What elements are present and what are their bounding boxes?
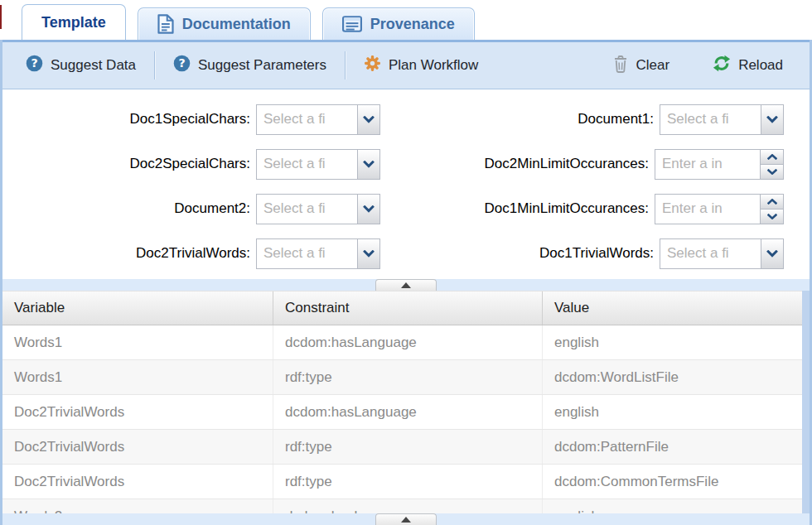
column-header-value[interactable]: Value <box>543 291 802 325</box>
template-bindings-form: Doc1SpecialChars: Document1: Doc2Special… <box>2 90 810 279</box>
field-document1-label: Document1: <box>578 111 654 128</box>
collapse-handle-top[interactable] <box>375 279 437 291</box>
field-doc1trivialwords: Doc1TrivialWords: <box>406 231 810 276</box>
document2-select-input[interactable] <box>257 195 357 224</box>
select-trigger-button[interactable] <box>357 105 379 134</box>
cell-value: english <box>543 395 802 429</box>
table-row[interactable]: Words1 rdf:type dcdom:WordListFile <box>2 360 802 395</box>
doc1specialchars-select[interactable] <box>256 104 380 135</box>
gear-icon <box>364 55 381 76</box>
triangle-up-icon <box>401 282 411 288</box>
constraints-table: Variable Constraint Value Words1 dcdom:h… <box>2 291 802 525</box>
doc2minlimitoccurances-input[interactable] <box>655 150 760 179</box>
doc2specialchars-select-input[interactable] <box>257 150 357 179</box>
suggest-parameters-button[interactable]: ? Suggest Parameters <box>162 50 337 81</box>
doc1trivialwords-select-input[interactable] <box>660 239 761 268</box>
column-header-variable[interactable]: Variable <box>2 291 273 325</box>
spinner-down-button[interactable] <box>761 165 783 179</box>
chevron-down-icon <box>766 116 778 123</box>
chevron-down-icon <box>767 169 777 175</box>
column-header-constraint[interactable]: Constraint <box>273 291 543 325</box>
list-icon <box>342 16 362 32</box>
table-row[interactable]: Doc2TrivialWords dcdom:hasLanguage engli… <box>2 395 802 430</box>
tab-documentation[interactable]: Documentation <box>138 7 311 40</box>
document1-select[interactable] <box>660 104 784 135</box>
table-row[interactable]: Doc2TrivialWords rdf:type dcdom:PatternF… <box>2 430 802 465</box>
cell-constraint: rdf:type <box>273 360 543 394</box>
doc2trivialwords-select-input[interactable] <box>257 239 357 268</box>
chevron-down-icon <box>766 250 778 258</box>
spinner-down-button[interactable] <box>761 210 783 224</box>
field-document2-label: Document2: <box>174 200 250 217</box>
suggest-data-label: Suggest Data <box>51 57 136 74</box>
cell-variable: Words1 <box>2 360 273 394</box>
spinner-up-button[interactable] <box>761 195 783 210</box>
cell-constraint: dcdom:hasLanguage <box>273 325 543 359</box>
toolbar-separator <box>345 51 346 79</box>
chevron-up-icon <box>767 154 777 160</box>
document-icon <box>157 14 174 34</box>
doc1specialchars-select-input[interactable] <box>257 105 357 134</box>
doc2trivialwords-select[interactable] <box>256 238 380 269</box>
panel-border-left <box>0 40 2 525</box>
workflow-template-window: Template Documentation <box>0 0 812 525</box>
table-row[interactable]: Doc2TrivialWords rdf:type dcdom:CommonTe… <box>2 465 802 499</box>
plan-workflow-label: Plan Workflow <box>389 57 478 74</box>
document2-select[interactable] <box>256 194 380 224</box>
toolbar-separator <box>154 51 155 79</box>
clear-label: Clear <box>636 57 670 74</box>
collapse-handle-bottom[interactable] <box>375 513 437 525</box>
field-doc2trivialwords-label: Doc2TrivialWords: <box>136 245 250 262</box>
suggest-data-button[interactable]: ? Suggest Data <box>15 50 147 81</box>
tab-provenance[interactable]: Provenance <box>322 7 475 40</box>
plan-workflow-button[interactable]: Plan Workflow <box>353 50 489 81</box>
screen-edge-artifact <box>0 5 2 29</box>
chevron-down-icon <box>363 161 375 168</box>
triangle-up-icon <box>401 517 411 523</box>
field-doc1minlimitoccurances-label: Doc1MinLimitOccurances: <box>485 200 649 217</box>
reload-icon <box>713 55 731 76</box>
field-doc2trivialwords: Doc2TrivialWords: <box>2 231 406 276</box>
field-doc2specialchars-label: Doc2SpecialChars: <box>129 156 250 172</box>
cell-value: dcdom:CommonTermsFile <box>543 465 802 499</box>
help-icon: ? <box>173 55 191 76</box>
chevron-down-icon <box>363 116 375 123</box>
table-scrollbar-gutter <box>802 291 810 525</box>
table-row[interactable]: Words1 dcdom:hasLanguage english <box>2 325 802 360</box>
suggest-parameters-label: Suggest Parameters <box>198 57 326 74</box>
select-trigger-button[interactable] <box>357 239 379 268</box>
doc2specialchars-select[interactable] <box>256 149 380 180</box>
doc1trivialwords-select[interactable] <box>660 238 784 269</box>
splitter-bar-bottom[interactable] <box>2 513 810 525</box>
cell-constraint: dcdom:hasLanguage <box>273 395 543 429</box>
tab-provenance-label: Provenance <box>370 16 455 33</box>
tab-template[interactable]: Template <box>22 4 126 40</box>
doc2minlimitoccurances-spinner[interactable] <box>655 149 784 180</box>
select-trigger-button[interactable] <box>357 150 379 179</box>
chevron-down-icon <box>363 205 375 213</box>
cell-variable: Doc2TrivialWords <box>2 395 273 429</box>
chevron-down-icon <box>767 214 777 219</box>
cell-constraint: rdf:type <box>273 465 543 499</box>
table-header-row: Variable Constraint Value <box>2 291 802 325</box>
field-doc2specialchars: Doc2SpecialChars: <box>2 142 406 186</box>
splitter-bar-top[interactable] <box>2 279 810 291</box>
field-document1: Document1: <box>406 97 810 142</box>
spinner-up-button[interactable] <box>761 150 783 165</box>
field-doc1specialchars-label: Doc1SpecialChars: <box>129 111 250 128</box>
chevron-up-icon <box>767 199 777 205</box>
reload-button[interactable]: Reload <box>702 50 794 81</box>
select-trigger-button[interactable] <box>761 105 783 134</box>
cell-value: dcdom:PatternFile <box>543 430 802 464</box>
cell-value: english <box>543 325 802 359</box>
doc1minlimitoccurances-spinner[interactable] <box>655 194 784 224</box>
doc1minlimitoccurances-input[interactable] <box>655 195 760 224</box>
select-trigger-button[interactable] <box>357 195 379 224</box>
clear-button[interactable]: Clear <box>602 50 681 82</box>
field-doc2minlimitoccurances-label: Doc2MinLimitOccurances: <box>485 156 649 172</box>
select-trigger-button[interactable] <box>761 239 783 268</box>
document1-select-input[interactable] <box>660 105 761 134</box>
trash-icon <box>612 55 629 77</box>
cell-variable: Doc2TrivialWords <box>2 430 273 464</box>
reload-label: Reload <box>738 57 783 74</box>
